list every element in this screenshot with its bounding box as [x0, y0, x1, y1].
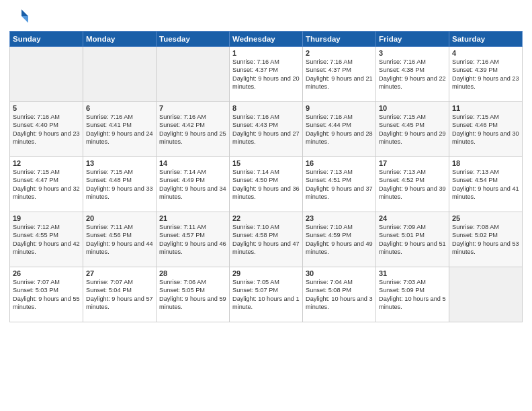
day-number: 2 — [306, 49, 373, 57]
calendar-cell: 17Sunrise: 7:13 AMSunset: 4:52 PMDayligh… — [376, 157, 449, 212]
weekday-header-saturday: Saturday — [449, 32, 523, 47]
day-info: Sunrise: 7:05 AMSunset: 5:07 PMDaylight:… — [232, 278, 300, 312]
day-number: 1 — [232, 49, 300, 57]
weekday-header-wednesday: Wednesday — [230, 32, 303, 47]
calendar-cell: 26Sunrise: 7:07 AMSunset: 5:03 PMDayligh… — [10, 267, 83, 322]
calendar-cell: 7Sunrise: 7:16 AMSunset: 4:42 PMDaylight… — [157, 102, 230, 157]
calendar-cell: 14Sunrise: 7:14 AMSunset: 4:49 PMDayligh… — [157, 157, 230, 212]
day-info: Sunrise: 7:16 AMSunset: 4:40 PMDaylight:… — [13, 113, 80, 146]
day-info: Sunrise: 7:10 AMSunset: 4:58 PMDaylight:… — [232, 223, 300, 257]
calendar-cell — [449, 267, 523, 322]
calendar-cell: 8Sunrise: 7:16 AMSunset: 4:43 PMDaylight… — [230, 102, 303, 157]
calendar-table: SundayMondayTuesdayWednesdayThursdayFrid… — [9, 31, 523, 322]
calendar-cell: 24Sunrise: 7:09 AMSunset: 5:01 PMDayligh… — [376, 212, 449, 267]
day-number: 13 — [86, 159, 153, 167]
calendar-cell: 19Sunrise: 7:12 AMSunset: 4:55 PMDayligh… — [10, 212, 83, 267]
calendar-cell: 31Sunrise: 7:03 AMSunset: 5:09 PMDayligh… — [376, 267, 449, 322]
calendar-cell: 16Sunrise: 7:13 AMSunset: 4:51 PMDayligh… — [303, 157, 376, 212]
calendar-cell: 18Sunrise: 7:13 AMSunset: 4:54 PMDayligh… — [449, 157, 523, 212]
calendar-cell: 20Sunrise: 7:11 AMSunset: 4:56 PMDayligh… — [83, 212, 157, 267]
day-info: Sunrise: 7:10 AMSunset: 4:59 PMDaylight:… — [306, 223, 373, 257]
day-number: 30 — [306, 269, 373, 277]
day-number: 21 — [159, 214, 226, 222]
calendar-cell: 27Sunrise: 7:07 AMSunset: 5:04 PMDayligh… — [83, 267, 157, 322]
weekday-header-sunday: Sunday — [10, 32, 83, 47]
day-number: 29 — [232, 269, 300, 277]
weekday-header-tuesday: Tuesday — [157, 32, 230, 47]
day-number: 14 — [159, 159, 226, 167]
page-container: SundayMondayTuesdayWednesdayThursdayFrid… — [0, 0, 532, 329]
calendar-week-2: 5Sunrise: 7:16 AMSunset: 4:40 PMDaylight… — [10, 102, 523, 157]
day-number: 19 — [13, 214, 80, 222]
calendar-cell: 21Sunrise: 7:11 AMSunset: 4:57 PMDayligh… — [157, 212, 230, 267]
day-number: 3 — [379, 49, 446, 57]
day-number: 25 — [452, 214, 519, 222]
svg-marker-0 — [21, 9, 28, 16]
calendar-week-4: 19Sunrise: 7:12 AMSunset: 4:55 PMDayligh… — [10, 212, 523, 267]
day-info: Sunrise: 7:15 AMSunset: 4:45 PMDaylight:… — [379, 113, 446, 146]
calendar-cell: 9Sunrise: 7:16 AMSunset: 4:44 PMDaylight… — [303, 102, 376, 157]
day-info: Sunrise: 7:07 AMSunset: 5:03 PMDaylight:… — [13, 278, 80, 312]
day-number: 16 — [306, 159, 373, 167]
calendar-cell: 15Sunrise: 7:14 AMSunset: 4:50 PMDayligh… — [230, 157, 303, 212]
calendar-cell: 29Sunrise: 7:05 AMSunset: 5:07 PMDayligh… — [230, 267, 303, 322]
logo-icon — [9, 7, 30, 27]
calendar-cell: 1Sunrise: 7:16 AMSunset: 4:37 PMDaylight… — [230, 47, 303, 102]
day-number: 28 — [159, 269, 226, 277]
calendar-week-1: 1Sunrise: 7:16 AMSunset: 4:37 PMDaylight… — [10, 47, 523, 102]
calendar-cell: 22Sunrise: 7:10 AMSunset: 4:58 PMDayligh… — [230, 212, 303, 267]
calendar-cell: 5Sunrise: 7:16 AMSunset: 4:40 PMDaylight… — [10, 102, 83, 157]
day-number: 10 — [379, 104, 446, 112]
svg-marker-1 — [21, 16, 28, 23]
day-number: 7 — [159, 104, 226, 112]
weekday-header-monday: Monday — [83, 32, 157, 47]
day-info: Sunrise: 7:11 AMSunset: 4:57 PMDaylight:… — [159, 223, 226, 257]
day-info: Sunrise: 7:16 AMSunset: 4:42 PMDaylight:… — [159, 113, 226, 146]
day-number: 22 — [232, 214, 300, 222]
day-info: Sunrise: 7:14 AMSunset: 4:50 PMDaylight:… — [232, 168, 300, 201]
calendar-cell: 10Sunrise: 7:15 AMSunset: 4:45 PMDayligh… — [376, 102, 449, 157]
day-info: Sunrise: 7:03 AMSunset: 5:09 PMDaylight:… — [379, 278, 446, 312]
day-info: Sunrise: 7:09 AMSunset: 5:01 PMDaylight:… — [379, 223, 446, 257]
day-number: 6 — [86, 104, 153, 112]
calendar-week-5: 26Sunrise: 7:07 AMSunset: 5:03 PMDayligh… — [10, 267, 523, 322]
calendar-cell: 13Sunrise: 7:15 AMSunset: 4:48 PMDayligh… — [83, 157, 157, 212]
day-number: 4 — [452, 49, 519, 57]
calendar-cell: 28Sunrise: 7:06 AMSunset: 5:05 PMDayligh… — [157, 267, 230, 322]
logo — [9, 7, 32, 27]
day-info: Sunrise: 7:08 AMSunset: 5:02 PMDaylight:… — [452, 223, 519, 257]
day-info: Sunrise: 7:16 AMSunset: 4:38 PMDaylight:… — [379, 58, 446, 91]
day-info: Sunrise: 7:06 AMSunset: 5:05 PMDaylight:… — [159, 278, 226, 312]
day-info: Sunrise: 7:16 AMSunset: 4:37 PMDaylight:… — [306, 58, 373, 91]
weekday-header-row: SundayMondayTuesdayWednesdayThursdayFrid… — [10, 32, 523, 47]
day-number: 18 — [452, 159, 519, 167]
calendar-cell: 25Sunrise: 7:08 AMSunset: 5:02 PMDayligh… — [449, 212, 523, 267]
day-number: 24 — [379, 214, 446, 222]
weekday-header-friday: Friday — [376, 32, 449, 47]
day-info: Sunrise: 7:16 AMSunset: 4:41 PMDaylight:… — [86, 113, 153, 146]
day-info: Sunrise: 7:13 AMSunset: 4:52 PMDaylight:… — [379, 168, 446, 201]
day-info: Sunrise: 7:16 AMSunset: 4:37 PMDaylight:… — [232, 58, 300, 91]
day-info: Sunrise: 7:16 AMSunset: 4:39 PMDaylight:… — [452, 58, 519, 91]
day-info: Sunrise: 7:16 AMSunset: 4:44 PMDaylight:… — [306, 113, 373, 146]
day-number: 26 — [13, 269, 80, 277]
calendar-cell — [10, 47, 83, 102]
day-info: Sunrise: 7:16 AMSunset: 4:43 PMDaylight:… — [232, 113, 300, 146]
calendar-cell — [83, 47, 157, 102]
day-info: Sunrise: 7:14 AMSunset: 4:49 PMDaylight:… — [159, 168, 226, 201]
calendar-cell: 23Sunrise: 7:10 AMSunset: 4:59 PMDayligh… — [303, 212, 376, 267]
day-info: Sunrise: 7:11 AMSunset: 4:56 PMDaylight:… — [86, 223, 153, 257]
day-info: Sunrise: 7:13 AMSunset: 4:51 PMDaylight:… — [306, 168, 373, 201]
day-number: 15 — [232, 159, 300, 167]
day-number: 12 — [13, 159, 80, 167]
calendar-cell: 30Sunrise: 7:04 AMSunset: 5:08 PMDayligh… — [303, 267, 376, 322]
day-info: Sunrise: 7:15 AMSunset: 4:48 PMDaylight:… — [86, 168, 153, 201]
calendar-cell: 4Sunrise: 7:16 AMSunset: 4:39 PMDaylight… — [449, 47, 523, 102]
calendar-cell: 11Sunrise: 7:15 AMSunset: 4:46 PMDayligh… — [449, 102, 523, 157]
day-number: 23 — [306, 214, 373, 222]
header — [9, 7, 523, 27]
day-number: 5 — [13, 104, 80, 112]
day-number: 31 — [379, 269, 446, 277]
day-number: 27 — [86, 269, 153, 277]
day-info: Sunrise: 7:12 AMSunset: 4:55 PMDaylight:… — [13, 223, 80, 257]
